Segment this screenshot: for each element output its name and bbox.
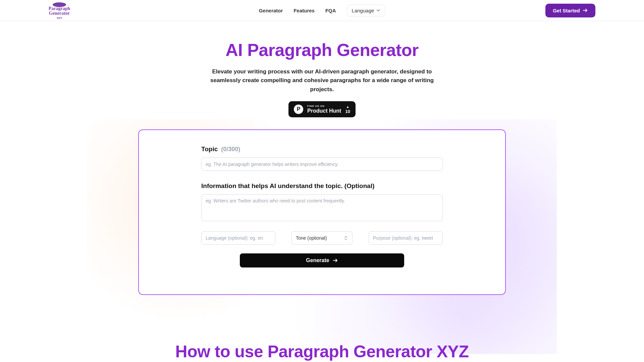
topic-input[interactable] (201, 158, 443, 171)
product-hunt-icon: P (294, 105, 303, 114)
nav-generator[interactable]: Generator (259, 8, 283, 13)
product-hunt-badge[interactable]: P FIND US ON Product Hunt ▲ 10 (288, 101, 356, 117)
tone-select-label: Tone (optional) (296, 235, 327, 241)
arrow-right-icon (583, 8, 588, 13)
svg-text:Paragraph: Paragraph (49, 6, 70, 11)
topic-label: Topic (201, 145, 218, 153)
generator-card: Topic (0/300) Information that helps AI … (138, 129, 506, 295)
get-started-button[interactable]: Get Started (545, 4, 595, 17)
svg-text:Generator: Generator (49, 11, 70, 16)
tone-select[interactable]: Tone (optional) (291, 231, 353, 245)
ph-name: Product Hunt (307, 108, 341, 114)
content-wrap: Topic (0/300) Information that helps AI … (0, 129, 644, 362)
hero-subtitle: Elevate your writing process with our AI… (198, 67, 446, 94)
header: Paragraph Generator xyz Generator Featur… (0, 0, 644, 21)
chevron-down-icon (376, 8, 380, 12)
language-input[interactable] (201, 231, 275, 245)
nav-faq[interactable]: FQA (325, 8, 336, 13)
topic-counter: (0/300) (221, 146, 240, 153)
nav-center: Generator Features FQA Language (259, 5, 385, 16)
howto-title: How to use Paragraph Generator XYZ (0, 342, 644, 361)
ph-text: FIND US ON Product Hunt (307, 105, 341, 114)
get-started-label: Get Started (553, 8, 580, 13)
info-textarea[interactable] (201, 194, 443, 221)
generate-button[interactable]: Generate (240, 253, 404, 267)
chevron-up-down-icon (343, 235, 348, 241)
hero: AI Paragraph Generator Elevate your writ… (0, 21, 644, 117)
language-select[interactable]: Language (347, 5, 385, 16)
info-label: Information that helps AI understand the… (201, 182, 443, 190)
topic-label-row: Topic (0/300) (201, 145, 443, 153)
language-label: Language (352, 8, 374, 13)
triangle-up-icon: ▲ (346, 105, 350, 109)
svg-text:xyz: xyz (57, 15, 62, 19)
howto-section: How to use Paragraph Generator XYZ 3 Ste… (0, 342, 644, 362)
logo-icon: Paragraph Generator xyz (49, 1, 70, 19)
nav-features[interactable]: Features (293, 8, 315, 13)
generate-label: Generate (306, 257, 329, 263)
ph-left: P FIND US ON Product Hunt (294, 105, 341, 114)
ph-vote-count: 10 (345, 109, 350, 114)
options-row: Tone (optional) (201, 231, 443, 245)
purpose-input[interactable] (369, 231, 443, 245)
logo[interactable]: Paragraph Generator xyz (49, 1, 72, 19)
hero-title: AI Paragraph Generator (0, 40, 644, 60)
ph-find-us: FIND US ON (307, 105, 341, 108)
arrow-right-icon (333, 258, 338, 263)
ph-votes: ▲ 10 (345, 105, 350, 114)
